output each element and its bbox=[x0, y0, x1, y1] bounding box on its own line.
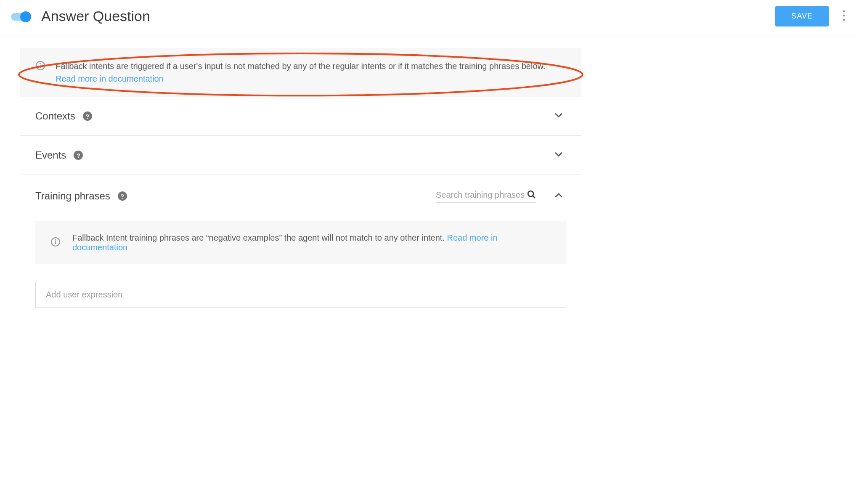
training-phrases-help-icon[interactable]: ? bbox=[118, 191, 127, 201]
svg-point-0 bbox=[843, 10, 845, 12]
contexts-section: Contexts ? bbox=[20, 97, 581, 136]
save-button[interactable]: SAVE bbox=[775, 6, 829, 27]
contexts-help-icon[interactable]: ? bbox=[83, 111, 92, 121]
intent-enabled-toggle[interactable] bbox=[11, 12, 30, 21]
divider bbox=[35, 333, 566, 333]
training-phrases-section: Training phrases ? Fa bbox=[20, 175, 581, 333]
chevron-down-icon[interactable] bbox=[551, 108, 566, 125]
fallback-info-banner: Fallback intents are triggered if a user… bbox=[20, 48, 581, 97]
content-area: Fallback intents are triggered if a user… bbox=[0, 35, 602, 350]
events-help-icon[interactable]: ? bbox=[74, 151, 83, 160]
training-info-text: Fallback Intent training phrases are “ne… bbox=[72, 233, 551, 252]
fallback-doc-link[interactable]: Read more in documentation bbox=[56, 74, 164, 83]
svg-point-5 bbox=[40, 64, 41, 64]
training-phrases-title: Training phrases bbox=[35, 190, 110, 202]
fallback-info-text: Fallback intents are triggered if a user… bbox=[56, 60, 566, 85]
add-user-expression-input[interactable] bbox=[35, 282, 566, 308]
contexts-title: Contexts bbox=[35, 110, 75, 122]
page-title: Answer Question bbox=[41, 8, 775, 24]
fallback-info-message: Fallback intents are triggered if a user… bbox=[56, 61, 545, 71]
training-search-input[interactable] bbox=[436, 190, 524, 200]
events-title: Events bbox=[35, 149, 66, 161]
info-icon bbox=[50, 237, 61, 249]
page-header: Answer Question SAVE bbox=[0, 0, 859, 35]
chevron-down-icon[interactable] bbox=[551, 147, 566, 164]
search-icon[interactable] bbox=[527, 190, 536, 201]
contexts-header[interactable]: Contexts ? bbox=[35, 97, 566, 135]
more-vertical-icon bbox=[842, 10, 846, 21]
svg-point-11 bbox=[56, 240, 56, 240]
training-info-banner: Fallback Intent training phrases are “ne… bbox=[35, 221, 566, 264]
training-phrases-header[interactable]: Training phrases ? bbox=[35, 175, 566, 217]
training-info-message: Fallback Intent training phrases are “ne… bbox=[72, 233, 447, 242]
svg-line-8 bbox=[533, 196, 535, 198]
training-search-wrap bbox=[436, 190, 536, 203]
svg-point-2 bbox=[843, 19, 845, 21]
events-header[interactable]: Events ? bbox=[35, 136, 566, 175]
svg-point-1 bbox=[843, 14, 845, 16]
more-menu-button[interactable] bbox=[840, 7, 848, 26]
chevron-up-icon[interactable] bbox=[551, 188, 566, 204]
events-section: Events ? bbox=[20, 136, 581, 175]
info-icon bbox=[35, 61, 45, 72]
